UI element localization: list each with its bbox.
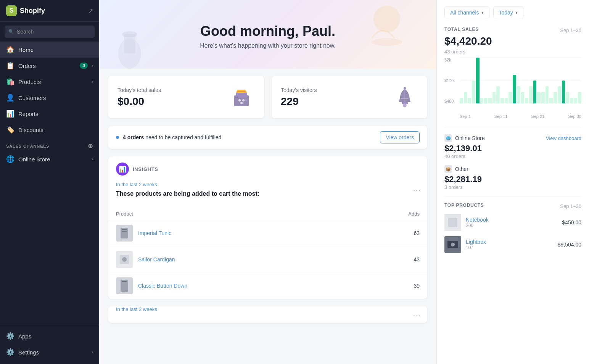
sidebar-item-label: Reports [18, 111, 93, 117]
svg-point-9 [240, 102, 243, 104]
home-icon: 🏠 [6, 45, 14, 54]
divider [444, 128, 581, 128]
sidebar-item-label: Home [18, 47, 93, 53]
total-sales-section: TOTAL SALES Sep 1–30 $4,420.20 43 orders… [444, 27, 581, 119]
sidebar-item-online-store[interactable]: 🌐 Online Store › [0, 151, 99, 167]
chart-bar [472, 81, 475, 103]
shopify-icon: S [6, 5, 17, 16]
hero-subtitle: Here's what's happening with your store … [200, 42, 336, 49]
cash-register-icon [228, 84, 255, 111]
insights-period: In the last 2 weeks [116, 182, 420, 187]
svg-point-2 [122, 31, 137, 37]
total-sales-amount: $4,420.20 [444, 35, 581, 47]
total-sales-orders: 43 orders [444, 49, 581, 55]
sidebar-item-customers[interactable]: 👤 Customers [0, 90, 99, 106]
top-products-section: TOP PRODUCTS Sep 1–30 Notebook 300 $450.… [444, 203, 581, 253]
chart-bars-container [460, 58, 581, 103]
svg-point-8 [242, 99, 245, 101]
second-insights-body: ··· In the last 2 weeks [108, 306, 427, 323]
chart-bar [529, 86, 533, 103]
list-item: Sailor Cardigan 43 [108, 246, 427, 273]
chart-bar [500, 98, 504, 103]
chart-bar [558, 86, 561, 103]
chart-bar [566, 92, 569, 103]
product-thumbnail [444, 214, 461, 231]
product-thumbnail [116, 277, 133, 294]
chart-bar [464, 92, 467, 103]
product-name-link[interactable]: Classic Button Down [138, 283, 408, 289]
date-dropdown[interactable]: Today ▾ [493, 6, 523, 19]
chart-bar [480, 98, 484, 103]
date-label: Today [499, 10, 513, 16]
product-price: $9,504.00 [558, 242, 581, 248]
sidebar-item-label: Orders [18, 63, 76, 69]
sidebar-item-orders[interactable]: 📋 Orders 4 › [0, 58, 99, 74]
stat-card-visitors: Today's visitors 229 [272, 76, 427, 118]
chart-bar [513, 75, 516, 103]
chart-bar [476, 58, 480, 103]
reports-icon: 📊 [6, 110, 14, 118]
sidebar-item-settings[interactable]: ⚙️ Settings › [0, 344, 99, 360]
view-dashboard-link[interactable]: View dashboard [546, 135, 581, 141]
stat-value: 229 [281, 95, 317, 108]
all-channels-label: All channels [450, 10, 479, 16]
product-name-link[interactable]: Imperial Tunic [138, 230, 408, 236]
sidebar-item-home[interactable]: 🏠 Home [0, 42, 99, 58]
divider [444, 196, 581, 196]
stat-label: Today's total sales [117, 87, 161, 93]
all-channels-dropdown[interactable]: All channels ▾ [444, 6, 489, 19]
chevron-right-icon: › [92, 63, 93, 68]
svg-point-22 [122, 257, 127, 262]
product-name-link[interactable]: Sailor Cardigan [138, 256, 408, 263]
sidebar-item-discounts[interactable]: 🏷️ Discounts [0, 122, 99, 138]
bell-icon [391, 84, 418, 111]
svg-point-4 [372, 38, 402, 46]
svg-rect-25 [122, 281, 127, 282]
product-name-link[interactable]: Notebook [466, 217, 557, 223]
search-input[interactable] [5, 26, 95, 38]
sidebar-logo-text: shopify [20, 7, 45, 15]
view-orders-button[interactable]: View orders [380, 131, 420, 143]
chart-x-label: Sep 21 [531, 114, 544, 119]
sidebar-item-label: Apps [18, 333, 93, 340]
chart-bar [484, 98, 488, 103]
product-count: 300 [466, 223, 557, 228]
insights-more-button[interactable]: ··· [413, 186, 421, 194]
customers-icon: 👤 [6, 93, 14, 102]
sales-chart: $2k $1.2k $400 [444, 58, 581, 111]
product-info: Lightbox 107 [466, 239, 553, 250]
external-link-icon[interactable]: ↗ [88, 7, 93, 14]
channel-row-online-store: 🌐 Online Store View dashboard $2,139.01 … [444, 134, 581, 159]
top-products-date: Sep 1–30 [560, 203, 581, 209]
second-insights-section: ··· In the last 2 weeks [108, 306, 427, 323]
insights-product-list: Imperial Tunic 63 Sailor Cardigan 43 Cla… [108, 220, 427, 299]
other-channel-icon: 📦 [444, 165, 452, 173]
second-insights-more-button[interactable]: ··· [413, 311, 421, 319]
list-item: Classic Button Down 39 [108, 273, 427, 299]
add-sales-channel-button[interactable]: ⊕ [88, 142, 93, 150]
sidebar-item-reports[interactable]: 📊 Reports [0, 106, 99, 122]
insights-body: ··· In the last 2 weeks These products a… [108, 182, 427, 299]
chart-bar [460, 98, 463, 103]
stat-label: Today's visitors [281, 87, 317, 93]
sidebar-item-apps[interactable]: ⚙️ Apps [0, 328, 99, 344]
hero-section: Good morning, Paul. Here's what's happen… [99, 0, 436, 69]
svg-point-13 [403, 103, 407, 107]
hero-decoration-left [114, 23, 145, 69]
sidebar-logo[interactable]: S shopify [6, 5, 45, 16]
chart-bar [546, 86, 549, 103]
product-name-link[interactable]: Lightbox [466, 239, 553, 245]
insights-icon: 📊 [116, 163, 129, 176]
sidebar: S shopify ↗ 🏠 Home 📋 Orders 4 › 🛍️ Produ… [0, 0, 99, 364]
sidebar-item-label: Online Store [18, 156, 88, 163]
chevron-right-icon: › [92, 79, 93, 84]
svg-point-30 [451, 243, 455, 246]
product-adds: 63 [414, 230, 420, 236]
insights-table-header: Product Adds [108, 211, 427, 220]
sidebar-item-products[interactable]: 🛍️ Products › [0, 74, 99, 90]
product-price: $450.00 [562, 219, 581, 225]
channel-row-other: 📦 Other $2,281.19 3 orders [444, 165, 581, 190]
online-store-icon: 🌐 [6, 155, 14, 163]
top-product-item: Lightbox 107 $9,504.00 [444, 236, 581, 253]
chart-bar [549, 98, 553, 103]
